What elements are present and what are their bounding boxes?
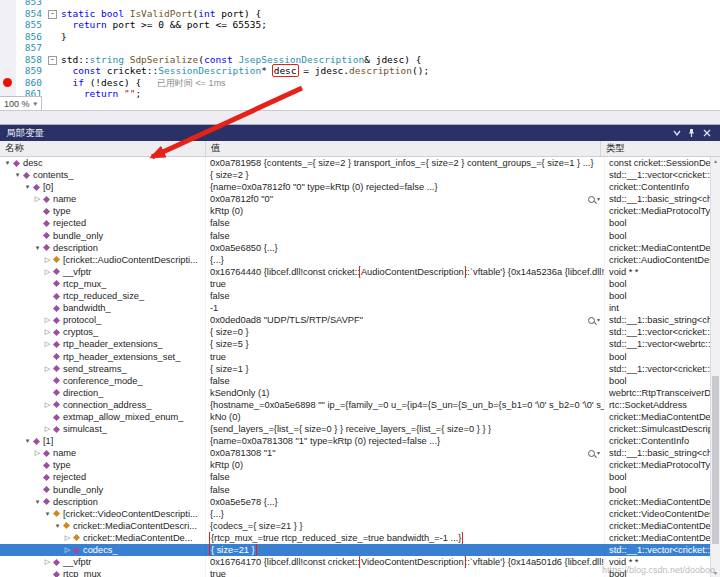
code-line[interactable]: 859 const cricket::SessionDescription* d… xyxy=(0,65,720,77)
magnifier-icon[interactable]: ▾ xyxy=(588,447,604,459)
breakpoint-margin[interactable] xyxy=(0,54,16,66)
magnifier-icon[interactable]: ▾ xyxy=(588,193,604,205)
expander-icon[interactable]: ▷ xyxy=(63,544,72,556)
expander-icon[interactable]: ▾ xyxy=(23,435,32,447)
expander-icon[interactable]: ▷ xyxy=(43,556,52,568)
variable-type: cricket::MediaContentDescri... xyxy=(604,532,720,544)
locals-row[interactable]: bandwidth_-1int xyxy=(0,302,720,314)
code-line[interactable]: 855 return port >= 0 && port <= 65535; xyxy=(0,19,720,31)
code-line[interactable]: 862 xyxy=(0,100,720,112)
locals-row[interactable]: ▷cricket::MediaContentDe...{rtcp_mux_=tr… xyxy=(0,532,720,544)
expander-icon[interactable]: ▷ xyxy=(43,326,52,338)
locals-row[interactable]: bundle_onlyfalsebool xyxy=(0,484,720,496)
locals-row[interactable]: ▾description0x0a5e5e78 {...}cricket::Med… xyxy=(0,496,720,508)
expander-icon[interactable]: ▷ xyxy=(33,193,42,205)
locals-row[interactable]: rtcp_mux_truebool xyxy=(0,278,720,290)
breakpoint-icon[interactable] xyxy=(3,78,12,87)
locals-row[interactable]: ▷__vfptr0x16764440 {libcef.dll!const cri… xyxy=(0,266,720,278)
locals-row[interactable]: ▷send_streams_{ size=1 }std::__1::vector… xyxy=(0,363,720,375)
locals-row[interactable]: rtp_header_extensions_set_truebool xyxy=(0,351,720,363)
expander-icon[interactable]: ▷ xyxy=(43,423,52,435)
breakpoint-margin[interactable] xyxy=(0,0,16,8)
locals-row[interactable]: ▾desc0x0a781958 {contents_={ size=2 } tr… xyxy=(0,157,720,169)
locals-row[interactable]: bundle_onlyfalsebool xyxy=(0,230,720,242)
breakpoint-margin[interactable] xyxy=(0,31,16,43)
locals-row[interactable]: ▷codecs_{ size=21 }std::__1::vector<cric… xyxy=(0,544,720,556)
expander-icon[interactable]: ▾ xyxy=(13,169,22,181)
field-icon xyxy=(52,364,61,373)
expander-icon[interactable]: ▷ xyxy=(43,314,52,326)
expander-icon[interactable]: ▾ xyxy=(23,181,32,193)
code-line[interactable]: 861 return ""; xyxy=(0,88,720,100)
locals-row[interactable]: ▷name0x0a781308 "1"▾std::__1::basic_stri… xyxy=(0,447,720,459)
locals-row[interactable]: ▷cryptos_{ size=0 }std::__1::vector<cric… xyxy=(0,326,720,338)
locals-row[interactable]: ▷connection_address_{hostname_=0x0a5e689… xyxy=(0,399,720,411)
expander-icon[interactable]: ▷ xyxy=(43,266,52,278)
code-line[interactable]: 853 xyxy=(0,0,720,8)
column-header-type[interactable]: 类型 xyxy=(601,141,720,156)
expander-icon[interactable]: ▾ xyxy=(53,520,62,532)
locals-row[interactable]: ▷rtp_header_extensions_{ size=5 }std::__… xyxy=(0,338,720,350)
expander-icon[interactable]: ▷ xyxy=(33,447,42,459)
locals-row[interactable]: ▷[cricket::AudioContentDescripti...{...}… xyxy=(0,254,720,266)
code-line[interactable]: 860 if (!desc) {已用时间 <= 1ms xyxy=(0,77,720,89)
locals-row[interactable]: ▾[cricket::VideoContentDescripti...{...}… xyxy=(0,508,720,520)
variable-name: rtcp_reduced_size_ xyxy=(63,290,144,302)
expander-icon[interactable]: ▷ xyxy=(43,399,52,411)
locals-row[interactable]: rtcp_reduced_size_falsebool xyxy=(0,290,720,302)
locals-row[interactable]: ▾description0x0a5e6850 {...}cricket::Med… xyxy=(0,242,720,254)
breakpoint-margin[interactable] xyxy=(0,42,16,54)
locals-row[interactable]: ▾[0]{name=0x0a7812f0 "0" type=kRtp (0) r… xyxy=(0,181,720,193)
breakpoint-margin[interactable] xyxy=(0,8,16,20)
locals-row[interactable]: conference_mode_falsebool xyxy=(0,375,720,387)
chevron-down-icon[interactable]: ▾ xyxy=(597,193,600,205)
locals-row[interactable]: rejectedfalsebool xyxy=(0,217,720,229)
field-icon xyxy=(42,195,51,204)
code-line[interactable]: 857 xyxy=(0,42,720,54)
code-editor[interactable]: 853854-static bool IsValidPort(int port)… xyxy=(0,0,720,111)
editor-zoom-control[interactable]: 100 % ▾ xyxy=(0,96,42,110)
fold-collapse-icon[interactable]: - xyxy=(46,54,59,66)
locals-row[interactable]: extmap_allow_mixed_enum_kNo (0)cricket::… xyxy=(0,411,720,423)
expander-icon[interactable]: ▷ xyxy=(43,254,52,266)
locals-row[interactable]: ▾cricket::MediaContentDescri...{codecs_=… xyxy=(0,520,720,532)
expander-icon[interactable]: ▾ xyxy=(3,157,12,169)
variable-name: connection_address_ xyxy=(63,399,151,411)
locals-row[interactable]: ▷name0x0a7812f0 "0"▾std::__1::basic_stri… xyxy=(0,193,720,205)
locals-row[interactable]: ▷simulcast_{send_layers_={list_={ size=0… xyxy=(0,423,720,435)
magnifier-icon[interactable]: ▾ xyxy=(588,314,604,326)
locals-row[interactable]: ▾[1]{name=0x0a781308 "1" type=kRtp (0) r… xyxy=(0,435,720,447)
variable-type: rtc::SocketAddress xyxy=(604,399,720,411)
chevron-down-icon[interactable]: ▾ xyxy=(597,314,600,326)
fold-collapse-icon[interactable]: - xyxy=(46,8,59,20)
close-icon[interactable] xyxy=(699,127,714,139)
breakpoint-margin[interactable] xyxy=(0,77,16,89)
code-line[interactable]: 858-std::string SdpSerialize(const JsepS… xyxy=(0,54,720,66)
expander-icon[interactable]: ▷ xyxy=(63,532,72,544)
scrollbar-thumb[interactable] xyxy=(712,376,719,544)
expander-icon[interactable]: ▾ xyxy=(33,242,42,254)
scroll-up-icon[interactable]: ▲ xyxy=(711,157,720,166)
expander-icon[interactable]: ▾ xyxy=(33,496,42,508)
column-header-name[interactable]: 名称 xyxy=(0,141,206,156)
locals-row[interactable]: ▷protocol_0x0ded0ad8 "UDP/TLS/RTP/SAVPF"… xyxy=(0,314,720,326)
locals-row[interactable]: typekRtp (0)cricket::MediaProtocolType xyxy=(0,205,720,217)
breakpoint-margin[interactable] xyxy=(0,65,16,77)
column-header-value[interactable]: 值 xyxy=(206,141,601,156)
expander-icon[interactable]: ▷ xyxy=(43,363,52,375)
locals-row[interactable]: rejectedfalsebool xyxy=(0,471,720,483)
pin-icon[interactable] xyxy=(684,127,699,139)
locals-row[interactable]: ▾contents_{ size=2 }std::__1::vector<cri… xyxy=(0,169,720,181)
chevron-down-icon[interactable]: ▾ xyxy=(597,447,600,459)
expander-icon[interactable]: ▷ xyxy=(43,338,52,350)
code-line[interactable]: 854-static bool IsValidPort(int port) { xyxy=(0,8,720,20)
breakpoint-margin[interactable] xyxy=(0,19,16,31)
variable-name-cell: ▷__vfptr xyxy=(0,556,205,568)
chevron-down-icon[interactable] xyxy=(669,127,684,139)
variable-type: cricket::SimulcastDescription xyxy=(604,423,720,435)
vertical-scrollbar[interactable]: ▲ ▼ xyxy=(710,157,720,577)
expander-icon[interactable]: ▾ xyxy=(43,508,52,520)
locals-row[interactable]: direction_kSendOnly (1)webrtc::RtpTransc… xyxy=(0,387,720,399)
code-line[interactable]: 856} xyxy=(0,31,720,43)
locals-row[interactable]: typekRtp (0)cricket::MediaProtocolType xyxy=(0,459,720,471)
